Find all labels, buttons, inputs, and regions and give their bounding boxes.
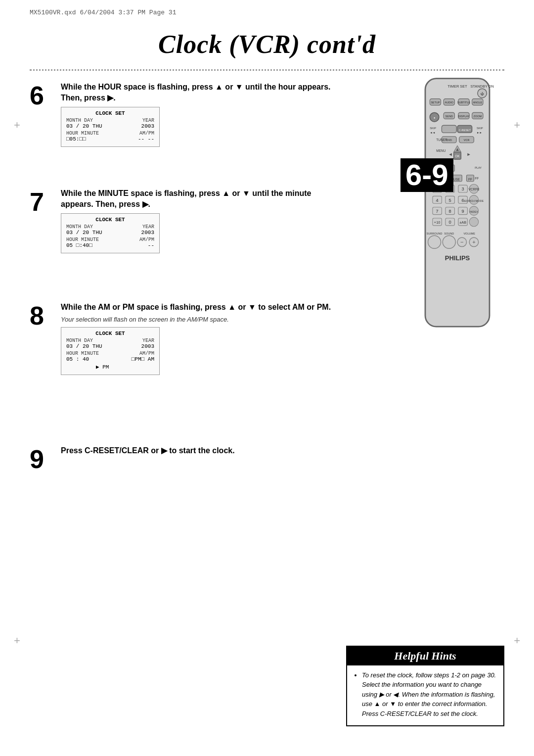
svg-text:►: ► <box>467 152 471 157</box>
step-7: 7 While the MINUTE space is flashing, pr… <box>30 188 336 253</box>
svg-text:C-RESET: C-RESET <box>459 129 471 132</box>
svg-text:3: 3 <box>462 187 464 191</box>
svg-text:FF: FF <box>475 177 479 180</box>
step-7-clock: CLOCK SET MONTH DAYYEAR 03 / 20 THU2003 … <box>61 213 160 253</box>
svg-text:EDIRCH MODE: EDIRCH MODE <box>464 199 484 202</box>
remote-area: 6-9 TIMER SET STANDBY ON ⏻ SETUP AUDIO S… <box>415 77 507 336</box>
svg-text:►►: ►► <box>477 131 482 134</box>
dotted-separator <box>30 69 504 71</box>
svg-text:±AB: ±AB <box>459 220 466 225</box>
svg-point-87 <box>469 217 479 227</box>
page-meta: MX5100VR.qxd 6/04/2004 3:37 PM Page 31 <box>30 9 176 16</box>
hint-item-1: To reset the clock, follow steps 1-2 on … <box>362 670 496 719</box>
svg-text:PHILIPS: PHILIPS <box>445 254 470 262</box>
svg-text:SURROUND: SURROUND <box>427 232 443 235</box>
svg-text:SOUND: SOUND <box>444 232 454 235</box>
step-6-number: 6 <box>30 83 57 108</box>
svg-text:−: − <box>460 239 464 245</box>
svg-text:PLAY: PLAY <box>475 166 482 169</box>
step-7-number: 7 <box>30 189 57 215</box>
svg-text:+10: +10 <box>434 220 441 225</box>
step-8: 8 While the AM or PM space is flashing, … <box>30 302 336 375</box>
svg-rect-25 <box>442 125 456 133</box>
step-8-number: 8 <box>30 303 57 329</box>
svg-text:SKIP: SKIP <box>477 127 483 130</box>
svg-text:VCR: VCR <box>464 139 470 142</box>
step-6: 6 While the HOUR space is flashing, pres… <box>30 82 336 147</box>
svg-text:ZOOM: ZOOM <box>474 115 482 118</box>
svg-text:7: 7 <box>436 209 439 214</box>
svg-text:VOLUME: VOLUME <box>463 232 475 235</box>
step-7-title: While the MINUTE space is flashing, pres… <box>61 188 336 210</box>
svg-text:●: ● <box>434 116 435 119</box>
step-9: 9 Press C-RESET/CLEAR or ▶ to start the … <box>30 445 336 472</box>
svg-text:SUBTITLE: SUBTITLE <box>457 101 471 104</box>
svg-text:SETUP: SETUP <box>431 101 440 104</box>
svg-point-92 <box>443 236 455 248</box>
step-9-number: 9 <box>30 446 57 472</box>
step-8-note: Your selection will flash on the screen … <box>61 316 336 323</box>
step-6-title: While the HOUR space is flashing, press … <box>61 82 336 104</box>
svg-text:SEND: SEND <box>445 115 453 118</box>
svg-text:ANGLE: ANGLE <box>473 101 482 104</box>
crosshair-bottom-left: + <box>14 634 20 647</box>
page-title: Clock (VCR) cont'd <box>0 30 534 59</box>
svg-text:VCRFB: VCRFB <box>468 188 479 191</box>
svg-text:⏻: ⏻ <box>481 92 484 95</box>
svg-text:+: + <box>472 239 476 245</box>
svg-text:MENU: MENU <box>436 149 445 152</box>
crosshair-bottom-right: + <box>514 634 520 647</box>
step-6-clock: CLOCK SET MONTH DAYYEAR 03 / 20 THU2003 … <box>61 107 160 147</box>
svg-text:OK: OK <box>455 154 460 158</box>
svg-text:SKIP: SKIP <box>430 127 436 130</box>
svg-text:0: 0 <box>449 220 451 225</box>
svg-text:8: 8 <box>449 209 451 214</box>
crosshair-top-left: + <box>14 119 20 132</box>
svg-text:INDEX: INDEX <box>470 210 478 213</box>
step-8-clock: CLOCK SET MONTH DAYYEAR 03 / 20 THU2003 … <box>61 327 160 375</box>
svg-text:STANDBY ON: STANDBY ON <box>470 84 493 89</box>
svg-text:DISPLAY: DISPLAY <box>458 115 469 118</box>
step-8-title: While the AM or PM space is flashing, pr… <box>61 302 336 313</box>
svg-text:▲: ▲ <box>455 147 459 152</box>
helpful-hints-content: To reset the clock, follow steps 1-2 on … <box>347 665 503 726</box>
helpful-hints-box: Helpful Hints To reset the clock, follow… <box>346 646 504 727</box>
svg-text:5: 5 <box>449 198 451 203</box>
step-9-title: Press C-RESET/CLEAR or ▶ to start the cl… <box>61 445 336 456</box>
crosshair-top-right: + <box>514 119 520 132</box>
svg-text:◄: ◄ <box>448 152 452 157</box>
svg-text:TIMER SET: TIMER SET <box>447 84 467 89</box>
svg-text:TUNER: TUNER <box>436 138 447 142</box>
helpful-hints-title: Helpful Hints <box>347 647 503 665</box>
svg-text:FF: FF <box>468 178 472 181</box>
svg-point-91 <box>428 236 441 248</box>
big-step-overlay: 6-9 <box>400 158 453 192</box>
svg-text:4: 4 <box>436 198 439 203</box>
remote-svg: TIMER SET STANDBY ON ⏻ SETUP AUDIO SUBTI… <box>415 77 499 334</box>
svg-text:9: 9 <box>462 209 464 214</box>
svg-text:AUDIO: AUDIO <box>445 101 453 104</box>
svg-text:◄◄: ◄◄ <box>430 131 435 134</box>
